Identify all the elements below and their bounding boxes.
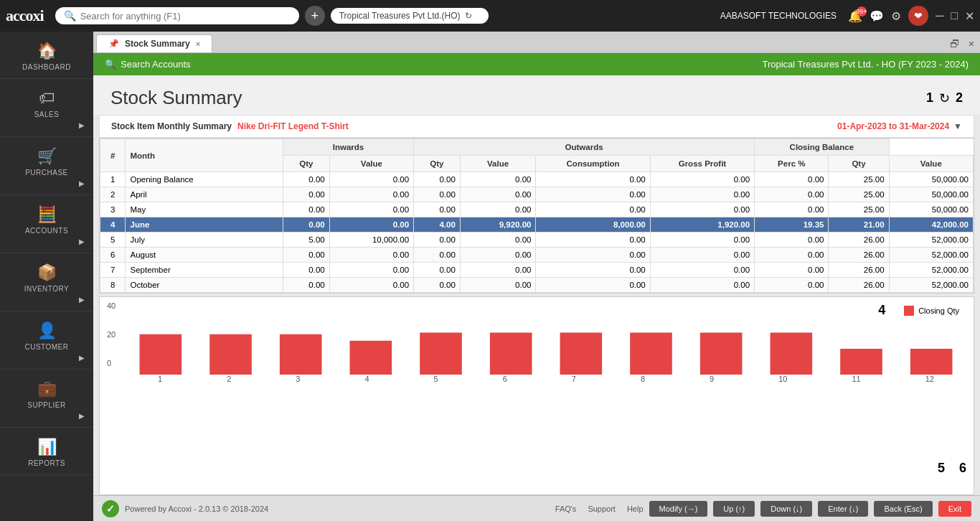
sidebar-item-purchase[interactable]: 🛒 PURCHASE ▶ [0, 137, 93, 195]
chart-x-label: 11 [852, 375, 860, 383]
up-button[interactable]: Up (↑) [713, 501, 755, 517]
search-input[interactable] [80, 11, 291, 22]
footer-logo: ✓ [102, 500, 119, 517]
sidebar-item-accounts[interactable]: 🧮 ACCOUNTS ▶ [0, 195, 93, 253]
chart-legend: 4 Closing Qty [878, 303, 959, 318]
sidebar-item-inventory[interactable]: 📦 INVENTORY ▶ [0, 253, 93, 311]
close-window-icon[interactable]: ✕ [965, 9, 974, 23]
refresh-company-icon[interactable]: ↻ [465, 11, 472, 21]
sidebar-item-reports[interactable]: 📊 REPORTS [0, 428, 93, 475]
minimize-icon[interactable]: ─ [936, 9, 943, 22]
tab-close-button[interactable]: × [966, 37, 977, 51]
exit-button[interactable]: Exit [938, 501, 971, 517]
footer-help-link[interactable]: Help [627, 504, 644, 513]
chart-x-label: 3 [296, 375, 300, 383]
footer-support-link[interactable]: Support [588, 504, 616, 513]
chart-x-label: 1 [158, 375, 162, 383]
footer-faqs-link[interactable]: FAQ's [555, 504, 577, 513]
date-range-text: 01-Apr-2023 to 31-Mar-2024 [837, 121, 949, 131]
settings-icon[interactable]: ⚙ [891, 9, 901, 23]
filter-button[interactable]: ▼ [953, 121, 962, 131]
table-row[interactable]: 6August0.000.000.000.000.000.000.0026.00… [100, 248, 974, 263]
table-row[interactable]: 8October0.000.000.000.000.000.000.0026.0… [100, 278, 974, 293]
search-accounts-button[interactable]: 🔍 Search Accounts [105, 59, 191, 70]
th-month: Month [126, 139, 283, 172]
item-name-label: Nike Dri-FIT Legend T-Shirt [237, 121, 349, 131]
modify-button[interactable]: Modify (→) [649, 501, 708, 517]
table-row[interactable]: 3May0.000.000.000.000.000.000.0025.0050,… [100, 202, 974, 217]
sidebar-item-supplier[interactable]: 💼 SUPPLIER ▶ [0, 370, 93, 428]
th-gross-profit: Gross Profit [650, 156, 754, 172]
chart-x-label: 6 [503, 375, 507, 383]
tab-close-icon[interactable]: × [196, 39, 200, 48]
message-icon[interactable]: 💬 [870, 9, 884, 23]
th-cl-val: Value [889, 156, 973, 172]
avatar[interactable]: ❤ [908, 6, 928, 26]
table-row[interactable]: 7September0.000.000.000.000.000.000.0026… [100, 263, 974, 278]
table-row[interactable]: 5July5.0010,000.000.000.000.000.000.0026… [100, 233, 974, 248]
tab-stock-summary[interactable]: 📌 Stock Summary × [96, 34, 212, 52]
sidebar: 🏠 DASHBOARD 🏷 SALES ▶ 🛒 PURCHASE ▶ 🧮 ACC… [0, 32, 93, 521]
svg-rect-11 [910, 349, 953, 375]
top-icons: 🔔 99+ 💬 ⚙ ❤ ─ □ ✕ [848, 6, 974, 26]
table-scroll[interactable]: # Month Inwards Outwards Closing Balance… [100, 139, 974, 293]
search-accounts-icon: 🔍 [105, 59, 116, 70]
app-logo: accoxi [6, 6, 44, 25]
chart-y-min: 0 [107, 359, 111, 367]
dashboard-icon: 🏠 [37, 42, 57, 60]
table-row[interactable]: 2April0.000.000.000.000.000.000.0025.005… [100, 187, 974, 202]
notification-icon[interactable]: 🔔 99+ [848, 9, 862, 23]
back-button[interactable]: Back (Esc) [874, 501, 932, 517]
purchase-arrow-icon: ▶ [79, 179, 85, 187]
company-info-label: Tropical Treasures Pvt Ltd. - HO (FY 202… [762, 59, 969, 70]
sidebar-item-customer[interactable]: 👤 CUSTOMER ▶ [0, 311, 93, 370]
chart-area: 40 20 0 4 Closing Qty 5 6 12345678910111… [99, 296, 974, 495]
page-refresh-icon[interactable]: ↻ [939, 90, 950, 106]
svg-rect-7 [630, 333, 672, 375]
main-layout: 🏠 DASHBOARD 🏷 SALES ▶ 🛒 PURCHASE ▶ 🧮 ACC… [0, 32, 980, 521]
sidebar-item-label-sales: SALES [34, 111, 60, 118]
down-button[interactable]: Down (↓) [760, 501, 812, 517]
stock-table: # Month Inwards Outwards Closing Balance… [100, 139, 974, 293]
tab-restore-button[interactable]: 🗗 [947, 37, 963, 51]
reports-icon: 📊 [37, 438, 57, 456]
svg-rect-4 [420, 333, 462, 375]
svg-rect-9 [771, 333, 813, 375]
table-row[interactable]: 4June0.000.004.009,920.008,000.001,920.0… [100, 217, 974, 233]
footer-links: FAQ's Support Help [555, 504, 644, 513]
company-selector[interactable]: Tropical Treasures Pvt Ltd.(HO) ↻ [331, 8, 489, 24]
chart-y-max: 40 [107, 301, 116, 310]
summary-bar: Stock Item Monthly Summary Nike Dri-FIT … [99, 115, 974, 138]
summary-label: Stock Item Monthly Summary [111, 121, 232, 131]
legend-color-box [904, 306, 914, 316]
sidebar-item-dashboard[interactable]: 🏠 DASHBOARD [0, 32, 93, 79]
num4-label: 4 [878, 303, 885, 318]
add-button[interactable]: + [305, 6, 325, 26]
th-out-qty: Qty [414, 156, 461, 172]
inventory-icon: 📦 [37, 263, 57, 282]
company-name-top: Tropical Treasures Pvt Ltd.(HO) [339, 11, 461, 21]
date-range: 01-Apr-2023 to 31-Mar-2024 ▼ [837, 121, 962, 131]
restore-icon[interactable]: □ [951, 9, 958, 22]
search-box[interactable]: 🔍 [55, 7, 299, 24]
tab-label: Stock Summary [125, 39, 190, 49]
svg-rect-5 [490, 333, 532, 375]
svg-rect-2 [280, 334, 322, 375]
sidebar-item-label-accounts: ACCOUNTS [25, 227, 68, 235]
table-wrapper: # Month Inwards Outwards Closing Balance… [99, 138, 974, 294]
footer-check-icon: ✓ [106, 503, 115, 515]
num2-label: 2 [956, 90, 963, 105]
page-title: Stock Summary [110, 87, 926, 109]
chart-y-mid: 20 [107, 330, 116, 339]
notification-badge: 99+ [857, 6, 867, 17]
th-inwards: Inwards [283, 139, 413, 156]
svg-rect-10 [840, 349, 882, 375]
th-outwards: Outwards [414, 139, 755, 156]
page-title-area: Stock Summary 1 ↻ 2 [93, 75, 980, 115]
bar-chart-svg [126, 310, 966, 375]
sidebar-item-label-supplier: SUPPLIER [27, 401, 65, 409]
enter-button[interactable]: Enter (↓) [818, 501, 868, 517]
table-row[interactable]: 1Opening Balance0.000.000.000.000.000.00… [100, 172, 974, 187]
sidebar-item-sales[interactable]: 🏷 SALES ▶ [0, 79, 93, 137]
sales-icon: 🏷 [39, 89, 55, 108]
